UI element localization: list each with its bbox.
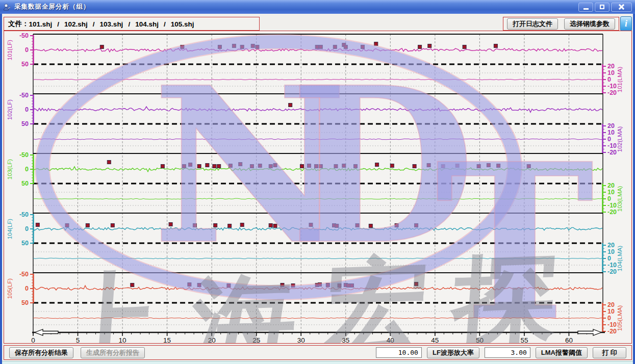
defect-marker[interactable] xyxy=(374,42,378,46)
lma-threshold-button[interactable]: LMA报警阈值 xyxy=(536,347,588,358)
defect-marker[interactable] xyxy=(182,165,186,168)
defect-marker[interactable] xyxy=(197,283,201,287)
defect-marker[interactable] xyxy=(214,224,217,227)
defect-marker[interactable] xyxy=(487,164,490,167)
chart-area: -50050101(LF)20100-10-20101(LMA)-5005010… xyxy=(4,31,632,344)
defect-marker[interactable] xyxy=(289,103,292,107)
defect-marker[interactable] xyxy=(319,165,322,168)
defect-marker[interactable] xyxy=(441,165,445,168)
defect-marker[interactable] xyxy=(494,44,497,48)
defect-marker[interactable] xyxy=(354,165,358,168)
defect-marker[interactable] xyxy=(477,165,480,168)
save-all-results-button[interactable]: 保存所有分析结果 xyxy=(9,347,73,358)
defect-marker[interactable] xyxy=(181,45,184,49)
lf-axis-label: 102(LF) xyxy=(7,99,13,120)
x-tick-label: 55 xyxy=(520,336,528,343)
defect-marker[interactable] xyxy=(315,165,318,168)
defect-marker[interactable] xyxy=(326,283,329,287)
close-button[interactable] xyxy=(611,3,632,12)
defect-marker[interactable] xyxy=(227,284,231,288)
defect-marker[interactable] xyxy=(334,165,338,168)
defect-marker[interactable] xyxy=(239,163,242,166)
lf-tick-label: 0 xyxy=(25,225,29,232)
defect-marker[interactable] xyxy=(256,45,259,49)
defect-marker[interactable] xyxy=(161,165,164,168)
defect-marker[interactable] xyxy=(338,284,341,288)
minimize-button[interactable] xyxy=(578,3,593,12)
defect-marker[interactable] xyxy=(463,45,466,49)
defect-marker[interactable] xyxy=(375,163,379,167)
defect-marker[interactable] xyxy=(250,165,253,168)
defect-marker[interactable] xyxy=(100,45,104,49)
defect-marker[interactable] xyxy=(497,164,500,168)
x-tick-label: 10 xyxy=(119,336,126,343)
lf-gain-button[interactable]: LF波形放大率 xyxy=(427,347,479,358)
defect-marker[interactable] xyxy=(361,45,365,49)
defect-marker[interactable] xyxy=(344,45,347,49)
x-scroll-right-arrow[interactable] xyxy=(578,329,601,335)
defect-marker[interactable] xyxy=(131,283,134,287)
defect-marker[interactable] xyxy=(258,164,262,168)
defect-marker[interactable] xyxy=(291,284,295,288)
defect-marker[interactable] xyxy=(333,45,337,49)
defect-marker[interactable] xyxy=(273,224,277,228)
defect-marker[interactable] xyxy=(455,164,459,168)
maximize-button[interactable] xyxy=(595,3,609,12)
defect-marker[interactable] xyxy=(347,284,350,288)
lma-tick-label: -20 xyxy=(607,89,617,96)
defect-marker[interactable] xyxy=(390,164,394,168)
defect-marker[interactable] xyxy=(342,164,346,168)
defect-marker[interactable] xyxy=(318,283,322,287)
defect-marker[interactable] xyxy=(251,44,255,48)
info-button[interactable]: i xyxy=(620,16,632,31)
defect-marker[interactable] xyxy=(213,165,216,168)
defect-marker[interactable] xyxy=(232,44,236,48)
status-strip xyxy=(2,361,633,364)
defect-marker[interactable] xyxy=(415,282,418,286)
defect-marker[interactable] xyxy=(193,224,196,227)
defect-marker[interactable] xyxy=(418,45,422,49)
defect-marker[interactable] xyxy=(240,45,244,49)
defect-marker[interactable] xyxy=(355,224,359,227)
defect-marker[interactable] xyxy=(189,163,192,167)
defect-marker[interactable] xyxy=(36,223,39,227)
x-scroll-left-arrow[interactable] xyxy=(35,329,58,335)
defect-marker[interactable] xyxy=(395,224,398,227)
defect-marker[interactable] xyxy=(319,45,322,49)
defect-marker[interactable] xyxy=(309,223,313,227)
defect-marker[interactable] xyxy=(206,164,209,167)
defect-marker[interactable] xyxy=(65,224,69,227)
print-button[interactable]: 打 印 xyxy=(593,347,626,358)
defect-marker[interactable] xyxy=(197,165,201,168)
defect-marker[interactable] xyxy=(413,165,416,168)
lma-threshold-input[interactable] xyxy=(485,347,530,358)
defect-marker[interactable] xyxy=(169,223,172,226)
open-log-button[interactable]: 打开日志文件 xyxy=(507,18,558,30)
select-cable-params-button[interactable]: 选择钢缆参数 xyxy=(564,18,615,30)
defect-marker[interactable] xyxy=(350,284,354,288)
defect-marker[interactable] xyxy=(415,224,418,227)
defect-marker[interactable] xyxy=(527,165,530,168)
defect-marker[interactable] xyxy=(281,283,284,287)
defect-marker[interactable] xyxy=(269,224,272,227)
lma-tick-label: 10 xyxy=(607,308,615,315)
defect-marker[interactable] xyxy=(111,224,114,227)
defect-marker[interactable] xyxy=(269,165,272,168)
defect-marker[interactable] xyxy=(218,45,221,49)
defect-marker[interactable] xyxy=(228,164,232,168)
defect-marker[interactable] xyxy=(300,165,304,168)
defect-marker[interactable] xyxy=(188,283,191,287)
defect-marker[interactable] xyxy=(369,224,372,228)
defect-marker[interactable] xyxy=(217,165,221,168)
defect-marker[interactable] xyxy=(107,161,111,164)
defect-marker[interactable] xyxy=(228,224,232,228)
defect-marker[interactable] xyxy=(335,224,339,228)
defect-marker[interactable] xyxy=(308,164,311,168)
defect-marker[interactable] xyxy=(428,44,431,48)
lf-gain-input[interactable] xyxy=(376,347,422,358)
defect-marker[interactable] xyxy=(86,224,89,227)
defect-marker[interactable] xyxy=(315,45,319,49)
defect-marker[interactable] xyxy=(427,164,430,167)
defect-marker[interactable] xyxy=(240,223,244,227)
defect-marker[interactable] xyxy=(273,164,277,167)
